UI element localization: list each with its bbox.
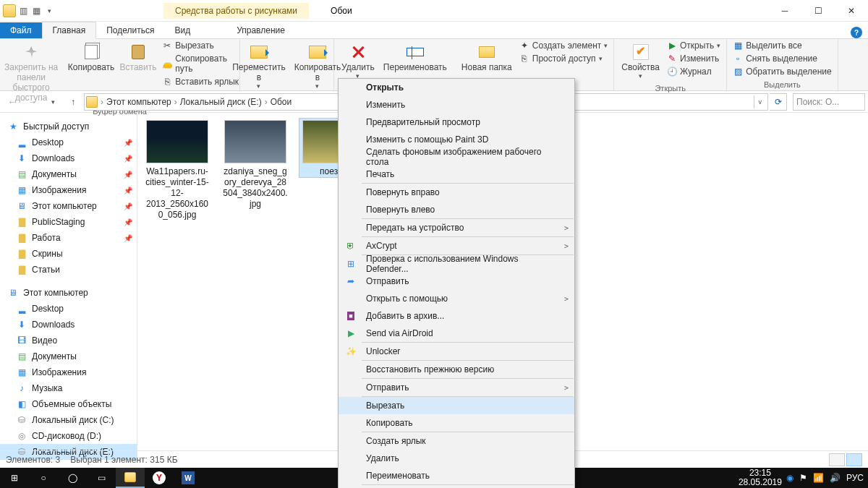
context-menu-item[interactable]: Изменить с помощью Paint 3D (339, 131, 574, 148)
help-icon[interactable]: ? (851, 27, 862, 38)
nav-stati[interactable]: ▇Статьи (0, 262, 137, 278)
select-none-button[interactable]: ▫Снять выделение (730, 52, 835, 65)
nav-documents[interactable]: ▤Документы📌 (0, 166, 137, 182)
file-item[interactable]: zdaniya_sneg_gory_derevya_28504_3840x240… (221, 119, 289, 210)
nav-pc-desktop[interactable]: ▂Desktop (0, 301, 137, 317)
context-menu-item[interactable]: ■Добавить в архив... (339, 307, 574, 325)
nav-desktop[interactable]: ▂Desktop📌 (0, 134, 137, 150)
nav-pc-pictures[interactable]: ▦Изображения (0, 364, 137, 380)
nav-cd-d[interactable]: ◎CD-дисковод (D:) (0, 428, 137, 444)
forward-button[interactable]: → (23, 93, 42, 111)
refresh-button[interactable]: ⟳ (770, 93, 787, 111)
tab-share[interactable]: Поделиться (96, 22, 164, 38)
context-menu-item[interactable]: Изменить (339, 96, 574, 114)
qat-dropdown-icon[interactable]: ▾ (43, 5, 55, 17)
nav-pc-video[interactable]: 🎞Видео (0, 333, 137, 348)
breadcrumb-segment[interactable]: Этот компьютер (106, 97, 171, 107)
clock[interactable]: 23:15 28.05.2019 (734, 467, 786, 488)
context-menu-item[interactable]: Предварительный просмотр (339, 114, 574, 131)
wifi-icon[interactable]: 📶 (813, 473, 824, 483)
context-menu-item[interactable]: Повернуть влево (339, 201, 574, 218)
back-button[interactable]: ← (3, 93, 22, 111)
context-menu-item[interactable]: ⛨AxCrypt> (339, 237, 574, 254)
this-pc-header[interactable]: 🖥Этот компьютер (0, 285, 137, 301)
move-to-button[interactable]: Переместить в ▾ (228, 39, 289, 93)
tab-home[interactable]: Главная (42, 22, 97, 39)
taskview-button[interactable]: ▭ (87, 468, 116, 488)
context-menu-item[interactable]: Создать ярлык (339, 432, 574, 450)
tab-file[interactable]: Файл (0, 22, 42, 38)
volume-icon[interactable]: 🔊 (830, 473, 841, 483)
language-indicator[interactable]: РУС (846, 473, 864, 483)
nav-thispc-link[interactable]: 🖥Этот компьютер📌 (0, 198, 137, 214)
search-input[interactable]: Поиск: О... (793, 93, 865, 111)
context-menu-item[interactable]: Печать (339, 166, 574, 183)
nav-screeny[interactable]: ▇Скрины (0, 246, 137, 262)
delete-button[interactable]: Удалить ▾ (337, 39, 379, 82)
pin-icon: 📌 (124, 234, 132, 242)
thumbnails-view-button[interactable] (846, 453, 862, 466)
history-button[interactable]: 🕘Журнал (664, 65, 723, 78)
context-menu-item[interactable]: Свойства (339, 485, 574, 488)
nav-pc-downloads[interactable]: ⬇Downloads (0, 317, 137, 333)
context-menu-item[interactable]: Удалить (339, 450, 574, 467)
tray-icon[interactable]: ◉ (786, 473, 793, 483)
tray-icon[interactable]: ⚑ (799, 473, 807, 483)
start-button[interactable]: ⊞ (0, 468, 29, 488)
nav-pictures[interactable]: ▦Изображения📌 (0, 182, 137, 198)
select-all-button[interactable]: ▦Выделить все (730, 39, 835, 52)
open-button[interactable]: ▶Открыть ▾ (664, 39, 723, 52)
nav-pc-3d[interactable]: ◧Объемные объекты (0, 396, 137, 412)
invert-selection-button[interactable]: ▨Обратить выделение (730, 65, 835, 78)
context-menu-item[interactable]: Открыть (339, 79, 574, 96)
breadcrumb-segment[interactable]: Обои (271, 97, 292, 107)
context-menu-item[interactable]: Копировать (339, 414, 574, 432)
qat-newfolder-icon[interactable]: ▦ (30, 5, 42, 17)
new-item-button[interactable]: ✦Создать элемент ▾ (516, 39, 611, 52)
context-menu-item[interactable]: Вырезать (339, 397, 574, 414)
close-button[interactable]: ✕ (835, 0, 868, 22)
breadcrumb-segment[interactable]: Локальный диск (E:) (180, 97, 262, 107)
search-button[interactable]: ○ (29, 468, 58, 488)
context-menu-item[interactable]: Повернуть вправо (339, 184, 574, 201)
context-menu-item[interactable]: Сделать фоновым изображением рабочего ст… (339, 148, 574, 166)
maximize-button[interactable]: ☐ (801, 0, 835, 22)
recent-dropdown[interactable]: ▾ (43, 93, 62, 111)
paste-button[interactable]: Вставить (117, 39, 160, 75)
context-menu-item[interactable]: Открыть с помощью> (339, 290, 574, 307)
minimize-button[interactable]: ─ (768, 0, 801, 22)
file-item[interactable]: Wa11papers.ru-cities_winter-15-12-2013_2… (143, 119, 211, 221)
rename-button[interactable]: Переименовать (379, 39, 451, 75)
up-button[interactable]: ↑ (64, 93, 82, 111)
context-menu-item[interactable]: Отправить> (339, 379, 574, 396)
nav-disk-c[interactable]: ⛁Локальный диск (C:) (0, 412, 137, 428)
context-menu-item[interactable]: ⊞Проверка с использованием Windows Defen… (339, 255, 574, 273)
nav-pc-music[interactable]: ♪Музыка (0, 380, 137, 396)
context-menu-item[interactable]: Восстановить прежнюю версию (339, 361, 574, 378)
copy-button[interactable]: Копировать (65, 39, 116, 75)
nav-publicstaging[interactable]: ▇PublicStaging📌 (0, 214, 137, 230)
tab-view[interactable]: Вид (164, 22, 200, 38)
yandex-taskbar-icon[interactable]: Y (145, 468, 174, 488)
new-folder-button[interactable]: Новая папка (457, 39, 516, 75)
explorer-taskbar-icon[interactable] (116, 468, 145, 488)
easy-access-button[interactable]: ⎘Простой доступ ▾ (516, 52, 611, 65)
context-menu-item[interactable]: Переименовать (339, 467, 574, 484)
nav-rabota[interactable]: ▇Работа📌 (0, 230, 137, 246)
context-menu-item[interactable]: ✨Unlocker (339, 343, 574, 360)
tab-manage[interactable]: Управление (226, 22, 295, 38)
word-taskbar-icon[interactable]: W (174, 468, 203, 488)
address-dropdown-icon[interactable]: v (754, 95, 767, 108)
nav-downloads[interactable]: ⬇Downloads📌 (0, 150, 137, 166)
properties-button[interactable]: Свойства ▾ (617, 39, 664, 82)
edit-button[interactable]: ✎Изменить (664, 52, 723, 65)
context-menu-item[interactable]: Передать на устройство> (339, 219, 574, 236)
nav-pc-documents[interactable]: ▤Документы (0, 348, 137, 364)
cortana-button[interactable]: ◯ (58, 468, 87, 488)
context-menu-item[interactable]: ➦Отправить (339, 273, 574, 290)
qat-properties-icon[interactable]: ▥ (17, 5, 29, 17)
context-menu-item[interactable]: ▶Send via AirDroid (339, 325, 574, 342)
quick-access-header[interactable]: ★Быстрый доступ (0, 119, 137, 134)
context-menu-label: Отправить (366, 382, 409, 393)
details-view-button[interactable] (829, 453, 845, 466)
